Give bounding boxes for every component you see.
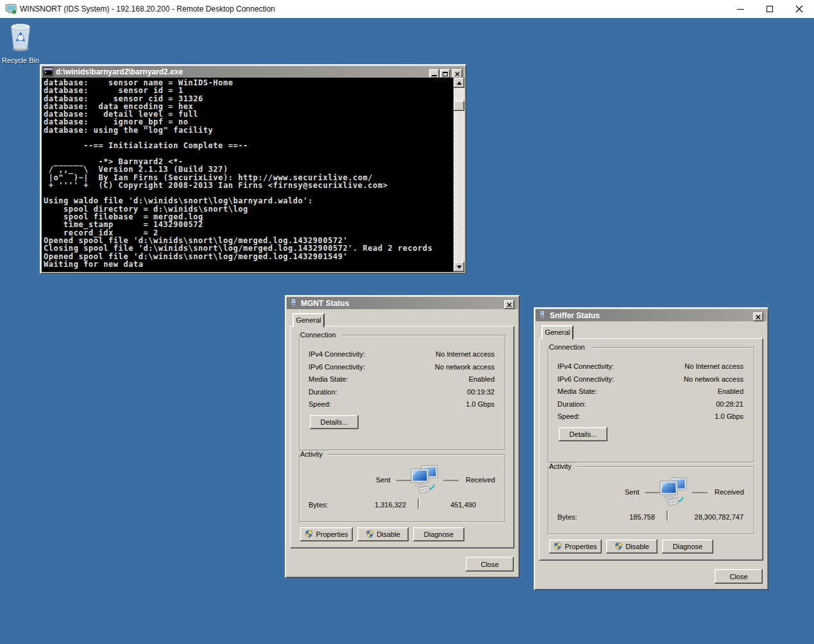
bytes-sent-value: 185,758 bbox=[587, 513, 655, 521]
activity-group-label: Activity bbox=[549, 462, 577, 470]
scroll-down-icon[interactable] bbox=[454, 262, 464, 272]
activity-group: Activity Sent bbox=[548, 466, 754, 534]
ipv6-label: IPv6 Connectivity: bbox=[309, 363, 365, 372]
speed-label: Speed: bbox=[309, 400, 331, 409]
properties-button[interactable]: Properties bbox=[549, 539, 602, 554]
diagnose-button[interactable]: Diagnose bbox=[413, 527, 464, 541]
speed-value: 1.0 Gbps bbox=[466, 400, 495, 409]
dialog-titlebar[interactable]: MGNT Status bbox=[287, 297, 518, 309]
ipv6-value: No network access bbox=[435, 363, 495, 372]
dialog-titlebar[interactable]: Sniffer Status bbox=[536, 309, 767, 321]
activity-icon bbox=[657, 477, 688, 509]
rdp-titlebar[interactable]: WINSNORT (IDS System) - 192.168.20.200 -… bbox=[0, 0, 814, 18]
close-button[interactable]: Close bbox=[715, 569, 763, 584]
console-titlebar[interactable]: d:\winids\barnyard2\barnyard2.exe bbox=[42, 66, 464, 78]
ipv4-row: IPv4 Connectivity: No Internet access bbox=[309, 350, 495, 359]
close-icon[interactable] bbox=[504, 300, 514, 309]
rdp-window-title: WINSNORT (IDS System) - 192.168.20.200 -… bbox=[20, 4, 275, 13]
minimize-icon[interactable] bbox=[429, 69, 439, 78]
shield-icon bbox=[615, 542, 623, 552]
speed-row: Speed: 1.0 Gbps bbox=[557, 412, 743, 421]
console-icon bbox=[43, 67, 53, 76]
activity-group-label: Activity bbox=[300, 450, 328, 458]
connection-group: Connection IPv4 Connectivity: No Interne… bbox=[548, 347, 754, 462]
connection-group: Connection IPv4 Connectivity: No Interne… bbox=[299, 335, 505, 450]
console-window: d:\winids\barnyard2\barnyard2.exe databa… bbox=[40, 64, 466, 274]
close-icon[interactable] bbox=[753, 312, 763, 321]
disable-button[interactable]: Disable bbox=[357, 527, 409, 541]
ipv6-label: IPv6 Connectivity: bbox=[557, 375, 614, 384]
ipv4-value: No Internet access bbox=[684, 362, 743, 371]
dialog-title: MGNT Status bbox=[301, 299, 349, 308]
duration-label: Duration: bbox=[557, 400, 586, 409]
duration-label: Duration: bbox=[309, 388, 337, 397]
sniffer-status-dialog: Sniffer Status General Connection IPv4 C… bbox=[534, 307, 768, 590]
close-button[interactable]: Close bbox=[466, 557, 514, 572]
details-button[interactable]: Details... bbox=[310, 415, 359, 429]
media-state-value: Enabled bbox=[469, 375, 495, 384]
ipv4-row: IPv4 Connectivity: No Internet access bbox=[557, 362, 743, 371]
media-state-label: Media State: bbox=[309, 375, 348, 384]
recycle-bin[interactable]: Recycle Bin bbox=[1, 21, 40, 64]
properties-button[interactable]: Properties bbox=[300, 527, 353, 541]
media-state-label: Media State: bbox=[557, 387, 597, 396]
dialog-title: Sniffer Status bbox=[550, 311, 600, 320]
tab-general[interactable]: General bbox=[541, 325, 573, 339]
ipv6-row: IPv6 Connectivity: No network access bbox=[309, 363, 495, 372]
console-output[interactable]: database: sensor name = WinIDS-Home data… bbox=[42, 78, 464, 272]
ipv4-value: No Internet access bbox=[436, 350, 495, 359]
duration-value: 00:28:21 bbox=[716, 400, 743, 409]
bytes-received-value: 28,300,782,747 bbox=[660, 513, 743, 521]
diagnose-button[interactable]: Diagnose bbox=[662, 539, 713, 554]
scroll-up-icon[interactable] bbox=[454, 78, 464, 88]
disable-button[interactable]: Disable bbox=[606, 539, 657, 554]
received-dash bbox=[443, 480, 459, 481]
ipv4-label: IPv4 Connectivity: bbox=[557, 362, 614, 371]
bytes-received-value: 451,490 bbox=[393, 501, 476, 509]
activity-group: Activity Sent bbox=[299, 454, 505, 522]
network-status-icon bbox=[538, 310, 547, 320]
maximize-icon[interactable] bbox=[440, 69, 450, 78]
ipv6-row: IPv6 Connectivity: No network access bbox=[557, 375, 743, 384]
mgnt-status-dialog: MGNT Status General Connection IPv4 Conn… bbox=[285, 295, 520, 578]
shield-icon bbox=[366, 530, 374, 539]
shield-icon bbox=[554, 542, 562, 552]
tab-general[interactable]: General bbox=[293, 313, 325, 327]
maximize-icon[interactable] bbox=[755, 0, 784, 18]
ipv6-value: No network access bbox=[684, 375, 743, 384]
duration-value: 00:19:32 bbox=[467, 388, 495, 397]
console-scrollbar[interactable] bbox=[454, 78, 464, 272]
details-button[interactable]: Details... bbox=[559, 427, 607, 441]
speed-row: Speed: 1.0 Gbps bbox=[309, 400, 495, 409]
close-icon[interactable] bbox=[452, 69, 462, 78]
console-text: database: sensor name = WinIDS-Home data… bbox=[42, 78, 464, 268]
activity-icon bbox=[409, 465, 439, 497]
received-label: Received bbox=[466, 476, 495, 484]
rdp-session-window: WINSNORT (IDS System) - 192.168.20.200 -… bbox=[0, 0, 814, 644]
rdp-icon bbox=[5, 4, 17, 14]
recycle-bin-icon bbox=[6, 44, 35, 55]
received-dash bbox=[692, 492, 708, 493]
minimize-icon[interactable] bbox=[725, 0, 755, 18]
close-icon[interactable] bbox=[784, 0, 814, 18]
console-title: d:\winids\barnyard2\barnyard2.exe bbox=[56, 67, 183, 76]
network-status-icon bbox=[289, 298, 298, 308]
media-state-row: Media State: Enabled bbox=[557, 387, 743, 396]
connection-group-label: Connection bbox=[549, 343, 591, 351]
shield-icon bbox=[305, 530, 313, 539]
bytes-label: Bytes: bbox=[309, 501, 328, 509]
scrollbar-thumb[interactable] bbox=[454, 101, 464, 111]
bytes-label: Bytes: bbox=[557, 513, 577, 521]
connection-group-label: Connection bbox=[300, 331, 342, 339]
speed-label: Speed: bbox=[557, 412, 580, 421]
sent-label: Sent bbox=[625, 488, 640, 496]
media-state-value: Enabled bbox=[718, 387, 743, 396]
media-state-row: Media State: Enabled bbox=[309, 375, 495, 384]
ipv4-label: IPv4 Connectivity: bbox=[309, 350, 365, 359]
duration-row: Duration: 00:28:21 bbox=[557, 400, 743, 409]
recycle-bin-label: Recycle Bin bbox=[1, 56, 40, 64]
sent-label: Sent bbox=[376, 476, 391, 484]
duration-row: Duration: 00:19:32 bbox=[309, 388, 495, 397]
received-label: Received bbox=[715, 488, 744, 496]
speed-value: 1.0 Gbps bbox=[715, 412, 743, 421]
